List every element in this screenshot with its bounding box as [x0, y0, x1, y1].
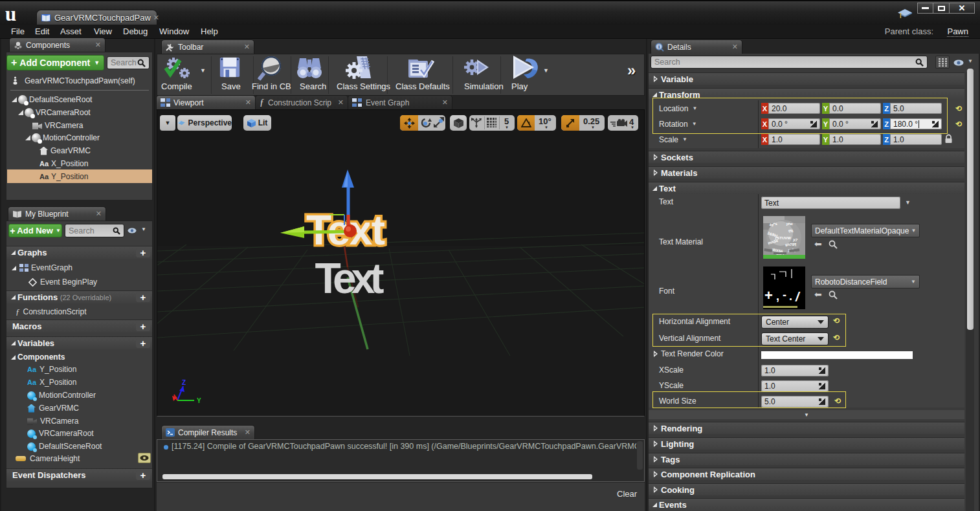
svg-text:Text: Text — [315, 254, 384, 302]
svg-text:,: , — [776, 290, 779, 303]
svg-text:Z: Z — [182, 379, 186, 386]
svg-text:-: - — [783, 288, 786, 301]
svg-text:j#w: j#w — [786, 222, 793, 226]
svg-text:.: . — [789, 290, 792, 303]
svg-text:gh78¶: gh78¶ — [785, 243, 797, 246]
svg-text:+: + — [764, 287, 773, 303]
svg-text:Y: Y — [197, 397, 201, 404]
